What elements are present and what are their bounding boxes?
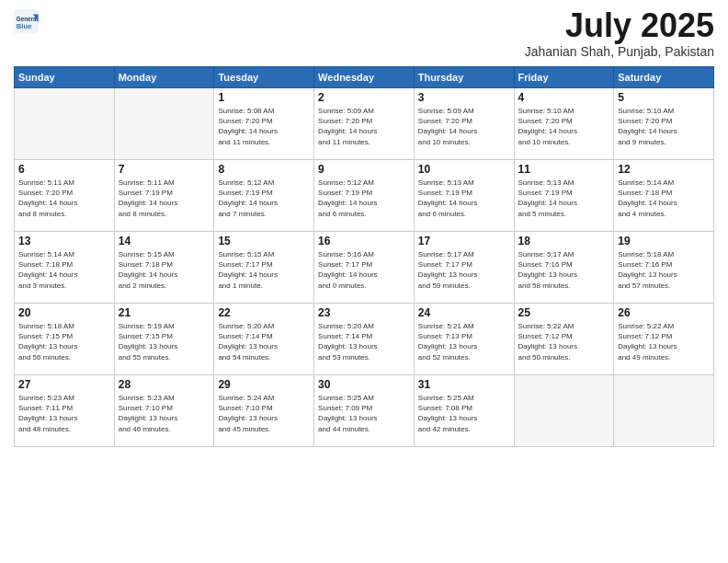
week-row-1: 6Sunrise: 5:11 AM Sunset: 7:20 PM Daylig… [15, 160, 714, 232]
day-number: 20 [18, 306, 110, 319]
day-cell [514, 375, 614, 447]
svg-text:Blue: Blue [17, 22, 32, 30]
day-info: Sunrise: 5:15 AM Sunset: 7:17 PM Dayligh… [218, 249, 310, 291]
day-number: 26 [618, 306, 710, 319]
day-number: 21 [119, 306, 210, 319]
day-info: Sunrise: 5:15 AM Sunset: 7:18 PM Dayligh… [119, 249, 210, 291]
day-number: 2 [318, 91, 410, 104]
day-cell [614, 375, 714, 447]
day-cell: 9Sunrise: 5:12 AM Sunset: 7:19 PM Daylig… [314, 160, 415, 232]
day-number: 5 [618, 91, 710, 104]
day-number: 17 [418, 235, 510, 247]
day-number: 19 [618, 235, 710, 247]
header-thursday: Thursday [414, 67, 514, 88]
day-cell: 12Sunrise: 5:14 AM Sunset: 7:18 PM Dayli… [614, 160, 714, 232]
week-row-2: 13Sunrise: 5:14 AM Sunset: 7:18 PM Dayli… [15, 232, 714, 304]
day-cell: 1Sunrise: 5:08 AM Sunset: 7:20 PM Daylig… [214, 88, 314, 160]
day-cell: 14Sunrise: 5:15 AM Sunset: 7:18 PM Dayli… [114, 232, 214, 304]
day-cell: 16Sunrise: 5:16 AM Sunset: 7:17 PM Dayli… [314, 232, 415, 304]
day-cell: 18Sunrise: 5:17 AM Sunset: 7:16 PM Dayli… [514, 232, 614, 304]
day-number: 22 [218, 306, 310, 319]
header-row: Sunday Monday Tuesday Wednesday Thursday… [15, 67, 714, 88]
day-cell: 5Sunrise: 5:10 AM Sunset: 7:20 PM Daylig… [614, 88, 714, 160]
calendar-title: July 2025 [525, 9, 714, 42]
logo-icon: General Blue [14, 9, 40, 35]
week-row-0: 1Sunrise: 5:08 AM Sunset: 7:20 PM Daylig… [15, 88, 714, 160]
day-number: 9 [318, 163, 410, 176]
day-info: Sunrise: 5:08 AM Sunset: 7:20 PM Dayligh… [218, 106, 310, 147]
day-number: 15 [218, 235, 310, 247]
day-info: Sunrise: 5:14 AM Sunset: 7:18 PM Dayligh… [618, 178, 710, 219]
header: General Blue July 2025 Jahanian Shah, Pu… [14, 9, 714, 59]
day-number: 25 [518, 306, 610, 319]
day-cell: 10Sunrise: 5:13 AM Sunset: 7:19 PM Dayli… [414, 160, 514, 232]
day-cell: 31Sunrise: 5:25 AM Sunset: 7:08 PM Dayli… [414, 375, 514, 447]
day-cell [15, 88, 115, 160]
day-info: Sunrise: 5:12 AM Sunset: 7:19 PM Dayligh… [318, 178, 410, 219]
header-saturday: Saturday [614, 67, 714, 88]
day-number: 11 [518, 163, 610, 176]
day-cell: 8Sunrise: 5:12 AM Sunset: 7:19 PM Daylig… [214, 160, 314, 232]
day-cell: 6Sunrise: 5:11 AM Sunset: 7:20 PM Daylig… [15, 160, 115, 232]
day-number: 12 [618, 163, 710, 176]
day-info: Sunrise: 5:13 AM Sunset: 7:19 PM Dayligh… [518, 178, 610, 219]
day-info: Sunrise: 5:21 AM Sunset: 7:13 PM Dayligh… [418, 321, 510, 362]
day-cell: 23Sunrise: 5:20 AM Sunset: 7:14 PM Dayli… [314, 304, 415, 375]
day-cell: 13Sunrise: 5:14 AM Sunset: 7:18 PM Dayli… [15, 232, 115, 304]
day-number: 4 [518, 91, 610, 104]
day-info: Sunrise: 5:17 AM Sunset: 7:17 PM Dayligh… [418, 249, 510, 291]
day-info: Sunrise: 5:11 AM Sunset: 7:20 PM Dayligh… [18, 178, 110, 219]
day-info: Sunrise: 5:19 AM Sunset: 7:15 PM Dayligh… [119, 321, 210, 362]
day-info: Sunrise: 5:14 AM Sunset: 7:18 PM Dayligh… [18, 249, 110, 291]
day-cell: 11Sunrise: 5:13 AM Sunset: 7:19 PM Dayli… [514, 160, 614, 232]
day-number: 16 [318, 235, 410, 247]
day-number: 13 [18, 235, 110, 247]
day-number: 31 [418, 378, 510, 391]
day-cell: 30Sunrise: 5:25 AM Sunset: 7:09 PM Dayli… [314, 375, 415, 447]
day-number: 24 [418, 306, 510, 319]
calendar-table: Sunday Monday Tuesday Wednesday Thursday… [14, 66, 714, 447]
day-number: 6 [18, 163, 110, 176]
day-number: 7 [119, 163, 210, 176]
week-row-4: 27Sunrise: 5:23 AM Sunset: 7:11 PM Dayli… [15, 375, 714, 447]
day-info: Sunrise: 5:17 AM Sunset: 7:16 PM Dayligh… [518, 249, 610, 291]
day-cell: 7Sunrise: 5:11 AM Sunset: 7:19 PM Daylig… [114, 160, 214, 232]
day-cell: 17Sunrise: 5:17 AM Sunset: 7:17 PM Dayli… [414, 232, 514, 304]
day-info: Sunrise: 5:25 AM Sunset: 7:08 PM Dayligh… [418, 393, 510, 434]
day-cell: 19Sunrise: 5:18 AM Sunset: 7:16 PM Dayli… [614, 232, 714, 304]
day-number: 3 [418, 91, 510, 104]
day-info: Sunrise: 5:25 AM Sunset: 7:09 PM Dayligh… [318, 393, 410, 434]
day-number: 1 [218, 91, 310, 104]
day-number: 8 [218, 163, 310, 176]
day-cell: 28Sunrise: 5:23 AM Sunset: 7:10 PM Dayli… [114, 375, 214, 447]
day-info: Sunrise: 5:20 AM Sunset: 7:14 PM Dayligh… [218, 321, 310, 362]
day-info: Sunrise: 5:10 AM Sunset: 7:20 PM Dayligh… [618, 106, 710, 147]
day-number: 23 [318, 306, 410, 319]
header-tuesday: Tuesday [214, 67, 314, 88]
day-info: Sunrise: 5:22 AM Sunset: 7:12 PM Dayligh… [618, 321, 710, 362]
day-number: 14 [119, 235, 210, 247]
day-cell: 4Sunrise: 5:10 AM Sunset: 7:20 PM Daylig… [514, 88, 614, 160]
logo: General Blue [14, 9, 40, 35]
day-number: 28 [119, 378, 210, 391]
header-friday: Friday [514, 67, 614, 88]
day-info: Sunrise: 5:09 AM Sunset: 7:20 PM Dayligh… [318, 106, 410, 147]
day-info: Sunrise: 5:23 AM Sunset: 7:11 PM Dayligh… [18, 393, 110, 434]
day-cell: 27Sunrise: 5:23 AM Sunset: 7:11 PM Dayli… [15, 375, 115, 447]
day-info: Sunrise: 5:09 AM Sunset: 7:20 PM Dayligh… [418, 106, 510, 147]
day-info: Sunrise: 5:10 AM Sunset: 7:20 PM Dayligh… [518, 106, 610, 147]
day-cell: 24Sunrise: 5:21 AM Sunset: 7:13 PM Dayli… [414, 304, 514, 375]
day-cell: 25Sunrise: 5:22 AM Sunset: 7:12 PM Dayli… [514, 304, 614, 375]
day-info: Sunrise: 5:22 AM Sunset: 7:12 PM Dayligh… [518, 321, 610, 362]
day-info: Sunrise: 5:23 AM Sunset: 7:10 PM Dayligh… [119, 393, 210, 434]
day-cell: 2Sunrise: 5:09 AM Sunset: 7:20 PM Daylig… [314, 88, 415, 160]
day-number: 29 [218, 378, 310, 391]
day-info: Sunrise: 5:20 AM Sunset: 7:14 PM Dayligh… [318, 321, 410, 362]
day-info: Sunrise: 5:12 AM Sunset: 7:19 PM Dayligh… [218, 178, 310, 219]
day-cell: 26Sunrise: 5:22 AM Sunset: 7:12 PM Dayli… [614, 304, 714, 375]
day-cell: 15Sunrise: 5:15 AM Sunset: 7:17 PM Dayli… [214, 232, 314, 304]
page: General Blue July 2025 Jahanian Shah, Pu… [0, 0, 728, 563]
header-monday: Monday [114, 67, 214, 88]
day-info: Sunrise: 5:11 AM Sunset: 7:19 PM Dayligh… [119, 178, 210, 219]
day-info: Sunrise: 5:16 AM Sunset: 7:17 PM Dayligh… [318, 249, 410, 291]
